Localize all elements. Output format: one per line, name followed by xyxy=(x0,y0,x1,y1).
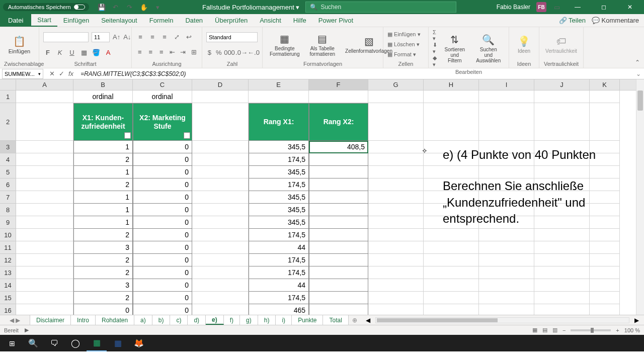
tab-einfügen[interactable]: Einfügen xyxy=(57,14,95,27)
col-header-J[interactable]: J xyxy=(534,79,590,90)
cell-A4[interactable] xyxy=(16,153,73,166)
col-header-I[interactable]: I xyxy=(479,79,534,90)
cell-H14[interactable] xyxy=(424,279,479,292)
minimize-button[interactable]: — xyxy=(568,0,588,14)
cell-G8[interactable] xyxy=(368,204,424,216)
cell-B11[interactable]: 3 xyxy=(73,241,133,254)
align-top-icon[interactable]: ≡ xyxy=(136,32,145,41)
cell-I14[interactable] xyxy=(479,279,534,292)
sheet-tab-total[interactable]: Total xyxy=(323,315,348,325)
fx-icon[interactable]: fx xyxy=(68,70,73,77)
decrease-decimal-icon[interactable]: ←.0 xyxy=(249,48,258,57)
taskbar-word[interactable]: ▦ xyxy=(108,335,128,351)
share-button[interactable]: 🔗 Teilen xyxy=(559,17,586,24)
cell-D1[interactable] xyxy=(192,90,249,103)
comments-button[interactable]: 💬 Kommentare xyxy=(592,17,639,24)
cell-A2[interactable] xyxy=(16,103,73,141)
cell-I11[interactable] xyxy=(479,241,534,254)
hscroll-left-icon[interactable]: ◀ xyxy=(366,317,370,324)
add-sheet-button[interactable]: ⊕ xyxy=(349,315,361,325)
percent-icon[interactable]: % xyxy=(216,48,222,57)
cell-A3[interactable] xyxy=(16,141,73,153)
cells-format-button[interactable]: ▦ Format ▾ xyxy=(387,51,424,58)
cell-C12[interactable]: 0 xyxy=(133,254,192,266)
col-header-D[interactable]: D xyxy=(192,79,249,90)
cancel-formula-icon[interactable]: ✕ xyxy=(49,70,55,77)
sheet-tab-a[interactable]: a) xyxy=(134,315,152,325)
cell-D7[interactable] xyxy=(192,191,249,204)
col-header-C[interactable]: C xyxy=(133,79,192,90)
view-normal-icon[interactable]: ▦ xyxy=(532,327,537,333)
cell-I2[interactable] xyxy=(479,103,534,141)
col-header-E[interactable]: E xyxy=(249,79,309,90)
zoom-slider[interactable] xyxy=(571,329,611,331)
cell-A16[interactable] xyxy=(16,304,73,315)
merge-icon[interactable]: ⊞ xyxy=(190,48,198,57)
cell-I1[interactable] xyxy=(479,90,534,103)
cell-K10[interactable] xyxy=(590,229,620,241)
cell-C16[interactable]: 0 xyxy=(133,304,192,315)
cell-D14[interactable] xyxy=(192,279,249,292)
row-header-9[interactable]: 9 xyxy=(0,216,16,229)
tab-überprüfen[interactable]: Überprüfen xyxy=(209,14,254,27)
cell-D16[interactable] xyxy=(192,304,249,315)
row-header-10[interactable]: 10 xyxy=(0,229,16,241)
cell-D12[interactable] xyxy=(192,254,249,266)
clear-button[interactable]: ◆ ▾ xyxy=(433,55,437,68)
cell-F12[interactable] xyxy=(309,254,368,266)
cell-F8[interactable] xyxy=(309,204,368,216)
decrease-font-icon[interactable]: A↓ xyxy=(123,33,131,42)
cell-C4[interactable]: 0 xyxy=(133,153,192,166)
italic-icon[interactable]: K xyxy=(55,48,64,57)
cell-J15[interactable] xyxy=(534,292,590,304)
cell-A9[interactable] xyxy=(16,216,73,229)
align-center-icon[interactable]: ≡ xyxy=(147,48,155,57)
taskbar-firefox[interactable]: 🦊 xyxy=(129,335,149,351)
cell-E2[interactable]: Rang X1: xyxy=(249,103,309,141)
cell-A1[interactable] xyxy=(16,90,73,103)
touch-icon[interactable]: ✋ xyxy=(139,3,148,12)
cell-C11[interactable]: 0 xyxy=(133,241,192,254)
cell-G14[interactable] xyxy=(368,279,424,292)
cell-J10[interactable] xyxy=(534,229,590,241)
zoom-in-button[interactable]: + xyxy=(616,327,619,333)
horizontal-scrollbar[interactable] xyxy=(375,317,629,323)
tab-seitenlayout[interactable]: Seitenlayout xyxy=(95,14,143,27)
cell-B16[interactable]: 0 xyxy=(73,304,133,315)
search-button[interactable]: 🔍 xyxy=(23,335,43,351)
spreadsheet-grid[interactable]: ABCDEFGHIJK 1ordinalordinal2X1: Kunden-z… xyxy=(0,79,644,315)
cell-A6[interactable] xyxy=(16,178,73,191)
cell-K1[interactable] xyxy=(590,90,620,103)
cell-E16[interactable]: 465 xyxy=(249,304,309,315)
redo-icon[interactable]: ↷ xyxy=(125,3,134,12)
macro-icon[interactable]: ▶ xyxy=(25,327,29,333)
cell-E11[interactable]: 44 xyxy=(249,241,309,254)
undo-icon[interactable]: ↶ xyxy=(111,3,120,12)
cell-J2[interactable] xyxy=(534,103,590,141)
ribbon-display-icon[interactable]: ▭ xyxy=(552,3,561,12)
row-header-16[interactable]: 16 xyxy=(0,304,16,315)
cell-G9[interactable] xyxy=(368,216,424,229)
view-pagebreak-icon[interactable]: ▥ xyxy=(552,327,557,333)
sheet-tab-c[interactable]: c) xyxy=(170,315,188,325)
tab-start[interactable]: Start xyxy=(31,14,57,27)
row-header-13[interactable]: 13 xyxy=(0,266,16,279)
cell-E9[interactable]: 345,5 xyxy=(249,216,309,229)
vertical-scrollbar[interactable] xyxy=(636,79,644,315)
sheet-tab-h[interactable]: h) xyxy=(258,315,276,325)
select-all-button[interactable] xyxy=(0,79,16,90)
cell-D2[interactable] xyxy=(192,103,249,141)
cell-D3[interactable] xyxy=(192,141,249,153)
cell-E13[interactable]: 174,5 xyxy=(249,266,309,279)
filter-button-C[interactable]: ▾ xyxy=(184,132,190,139)
cell-G15[interactable] xyxy=(368,292,424,304)
cell-E15[interactable]: 174,5 xyxy=(249,292,309,304)
align-left-icon[interactable]: ≡ xyxy=(136,48,144,57)
cell-C13[interactable]: 0 xyxy=(133,266,192,279)
cell-A8[interactable] xyxy=(16,204,73,216)
cell-H10[interactable] xyxy=(424,229,479,241)
cell-C3[interactable]: 0 xyxy=(133,141,192,153)
cell-B4[interactable]: 2 xyxy=(73,153,133,166)
maximize-button[interactable]: ◻ xyxy=(594,0,614,14)
cell-K12[interactable] xyxy=(590,254,620,266)
